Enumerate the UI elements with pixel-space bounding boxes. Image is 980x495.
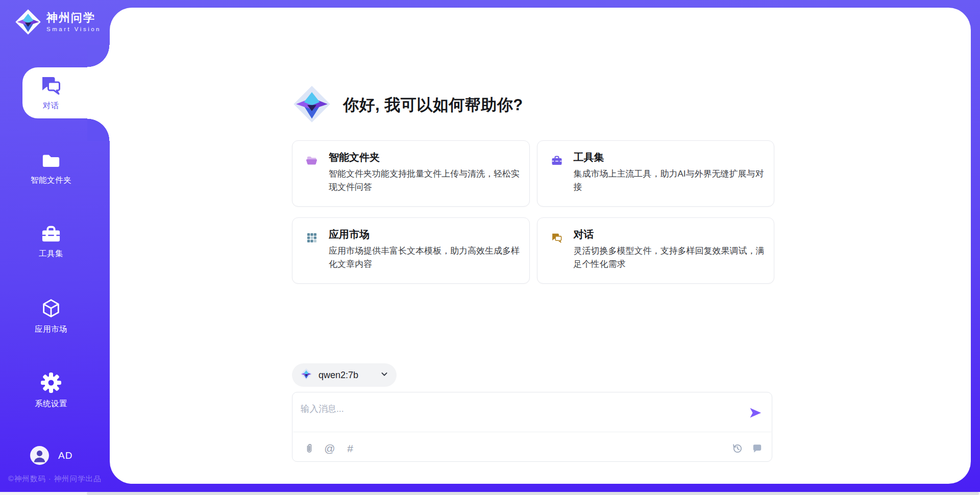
card-description: 智能文件夹功能支持批量文件上传与清洗，轻松实现文件问答 <box>329 167 520 194</box>
sidebar-item-label: 应用市场 <box>35 324 67 335</box>
card-title: 应用市场 <box>329 228 370 241</box>
person-icon <box>30 446 49 465</box>
brand-name: 神州问学 <box>46 12 101 24</box>
sidebar-item-label: 智能文件夹 <box>31 175 71 186</box>
card-description: 集成市场上主流工具，助力AI与外界无缝扩展与对接 <box>574 167 765 194</box>
sidebar-item-smart-folders[interactable]: 智能文件夹 <box>0 151 102 186</box>
mention-button[interactable]: @ <box>323 441 336 455</box>
horizontal-scrollbar[interactable] <box>0 492 980 495</box>
greeting-title: 你好, 我可以如何帮助你? <box>343 94 523 116</box>
greeting: 你好, 我可以如何帮助你? <box>292 84 523 126</box>
card-title: 对话 <box>574 228 594 241</box>
chat-bubbles-icon <box>39 75 63 96</box>
main-panel: 你好, 我可以如何帮助你? 智能文件夹 智能文件夹功能支持批量文件上传与清洗，轻… <box>110 8 971 484</box>
copyright: ©神州数码 · 神州问学出品 <box>8 474 102 484</box>
sidebar-item-app-market[interactable]: 应用市场 <box>0 298 102 335</box>
scrollbar-thumb[interactable] <box>87 492 979 495</box>
user-name: AD <box>58 450 72 461</box>
card-title: 工具集 <box>574 151 604 164</box>
paperclip-icon <box>304 442 315 454</box>
app-grid-icon <box>306 232 318 244</box>
brand-logo: 神州问学 Smart Vision <box>14 8 101 36</box>
model-name: qwen2:7b <box>318 370 373 381</box>
composer-actions <box>730 441 764 455</box>
composer-divider <box>293 432 771 432</box>
folder-icon <box>40 151 62 170</box>
app-window: 你好, 我可以如何帮助你? 智能文件夹 智能文件夹功能支持批量文件上传与清洗，轻… <box>0 0 980 495</box>
active-tab-curve-bottom <box>87 118 110 141</box>
composer-tools: @ # <box>303 441 357 455</box>
send-button[interactable] <box>748 406 763 420</box>
feature-cards: 智能文件夹 智能文件夹功能支持批量文件上传与清洗，轻松实现文件问答 工具集 集成… <box>292 140 774 284</box>
brand-subtitle: Smart Vision <box>46 26 101 32</box>
feature-card-toolset[interactable]: 工具集 集成市场上主流工具，助力AI与外界无缝扩展与对接 <box>537 140 775 207</box>
card-description: 应用市场提供丰富长文本模板，助力高效生成多样化文章内容 <box>329 244 520 271</box>
toolbox-icon <box>40 225 62 244</box>
model-selector[interactable]: qwen2:7b <box>292 363 397 387</box>
history-icon <box>731 442 743 454</box>
sidebar-item-label: 对话 <box>43 101 59 111</box>
cube-icon <box>40 298 62 319</box>
history-button[interactable] <box>730 441 744 455</box>
gear-icon <box>40 372 62 394</box>
model-diamond-icon <box>300 368 312 382</box>
toolbox-icon <box>551 155 563 167</box>
brand-diamond-icon <box>292 84 332 126</box>
card-description: 灵活切换多模型文件，支持多样回复效果调试，满足个性化需求 <box>574 244 765 271</box>
topic-button[interactable]: # <box>344 441 357 455</box>
brand-diamond-icon <box>14 8 42 36</box>
sidebar-item-label: 工具集 <box>39 249 63 259</box>
chat-bubble-icon <box>751 442 763 454</box>
sidebar-item-chat[interactable]: 对话 <box>0 75 102 111</box>
feature-card-app-market[interactable]: 应用市场 应用市场提供丰富长文本模板，助力高效生成多样化文章内容 <box>292 217 530 284</box>
active-tab-curve-top <box>87 45 110 67</box>
composer: @ # <box>292 392 772 462</box>
send-icon <box>748 406 763 420</box>
folder-open-icon <box>306 155 318 167</box>
user-profile[interactable]: AD <box>30 446 72 465</box>
sidebar-item-toolset[interactable]: 工具集 <box>0 225 102 259</box>
message-input[interactable] <box>301 398 734 420</box>
feature-card-chat[interactable]: 对话 灵活切换多模型文件，支持多样回复效果调试，满足个性化需求 <box>537 217 775 284</box>
feedback-button[interactable] <box>750 441 764 455</box>
feature-card-smart-folders[interactable]: 智能文件夹 智能文件夹功能支持批量文件上传与清洗，轻松实现文件问答 <box>292 140 530 207</box>
chevron-down-icon <box>379 369 389 381</box>
sidebar-item-settings[interactable]: 系统设置 <box>0 372 102 409</box>
card-title: 智能文件夹 <box>329 151 380 164</box>
chat-bubbles-icon <box>551 232 563 244</box>
avatar <box>30 446 49 465</box>
sidebar-item-label: 系统设置 <box>35 399 67 409</box>
attach-button[interactable] <box>303 441 316 455</box>
